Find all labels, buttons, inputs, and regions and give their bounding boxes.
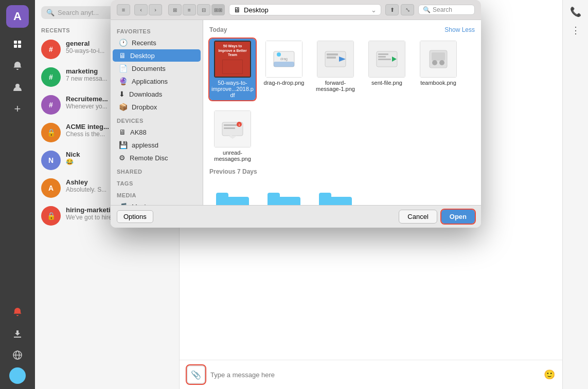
sidebar-toggle[interactable]: ≡ — [117, 4, 130, 15]
pdf-thumb-content: 50 Ways to Improve a Better Team — [214, 41, 251, 78]
file-item-sent[interactable]: sent-file.png — [364, 39, 410, 100]
file-dialog: ≡ ‹ › ⊞ ≡ ⊟ ⊞⊞ 🖥 Desktop ⌄ ⬆ ⤡ 🔍 — [111, 0, 481, 228]
sidebar-item-ak88[interactable]: 🖥 AK88 — [113, 126, 201, 138]
show-less-button[interactable]: Show Less — [444, 26, 475, 33]
sidebar-item-applessd[interactable]: 💾 applessd — [113, 139, 201, 151]
today-files-label: Today — [209, 26, 227, 33]
sidebar-item-recents-label: Recents — [132, 39, 156, 47]
file-item-folder8[interactable]: untitled folder 8 — [209, 180, 256, 205]
sidebar-item-ak88-label: AK88 — [130, 128, 147, 136]
folder8-thumbnail — [214, 182, 251, 205]
pdf-thumbnail: 50 Ways to Improve a Better Team — [214, 41, 251, 78]
prev7days-files-grid: untitled folder 8 untitled folder 9 — [209, 180, 475, 205]
sidebar-item-documents[interactable]: 📄 Documents — [113, 62, 201, 75]
svg-rect-27 — [224, 127, 235, 129]
sidebar-item-documents-label: Documents — [132, 65, 166, 72]
svg-rect-30 — [230, 132, 232, 136]
sent-thumbnail — [368, 41, 405, 78]
sidebar-item-applications-label: Applications — [132, 78, 168, 85]
svg-rect-13 — [327, 53, 338, 55]
sidebar-item-music-label: Music — [132, 203, 149, 206]
dialog-search-placeholder: Search — [433, 6, 452, 13]
sidebar-item-downloads[interactable]: ⬇ Downloads — [113, 88, 201, 100]
ak88-icon: 🖥 — [119, 128, 126, 136]
options-button[interactable]: Options — [117, 210, 153, 223]
view-list-btn[interactable]: ≡ — [183, 4, 196, 15]
prev7days-label: Previous 7 Days — [209, 168, 257, 175]
file-item-forward[interactable]: forward-message-1.png — [312, 39, 359, 100]
cancel-button[interactable]: Cancel — [399, 210, 437, 224]
sent-filename: sent-file.png — [371, 80, 402, 86]
drag-thumbnail: drag — [265, 41, 302, 78]
drag-filename: drag-n-drop.png — [264, 80, 305, 86]
favorites-label: Favorites — [111, 24, 203, 36]
sidebar-toggle-btn[interactable]: ≡ — [117, 4, 130, 15]
back-button[interactable]: ‹ — [134, 4, 148, 15]
sidebar-item-remotedisc-label: Remote Disc — [130, 154, 168, 162]
svg-text:drag: drag — [280, 57, 288, 61]
documents-icon: 📄 — [119, 64, 128, 72]
folder10-thumbnail — [317, 182, 354, 205]
file-item-teambook[interactable]: teambook.png — [415, 39, 461, 100]
unread-thumbnail: 3 — [214, 110, 251, 147]
downloads-icon: ⬇ — [119, 90, 125, 98]
share-button[interactable]: ⬆ — [385, 4, 399, 15]
pdf-filename: 50-ways-to-improve...2018.pdf — [211, 80, 254, 98]
location-folder-icon: 🖥 — [234, 6, 241, 14]
folder9-thumbnail — [265, 182, 302, 205]
desktop-icon: 🖥 — [119, 51, 126, 60]
applications-icon: 🔮 — [119, 77, 128, 85]
sidebar-item-music[interactable]: 🎵 Music — [113, 200, 201, 205]
sidebar-item-downloads-label: Downloads — [129, 90, 162, 98]
unread-filename: unread-messages.png — [214, 150, 251, 162]
expand-button[interactable]: ⤡ — [401, 4, 414, 15]
view-grid-btn[interactable]: ⊞⊞ — [211, 4, 225, 15]
teambook-filename: teambook.png — [420, 80, 456, 86]
svg-rect-26 — [224, 124, 238, 126]
svg-rect-17 — [378, 53, 388, 55]
sidebar-item-remotedisc[interactable]: ⚙ Remote Disc — [113, 152, 201, 164]
dialog-actions: Cancel Open — [399, 210, 475, 224]
dialog-toolbar: ≡ ‹ › ⊞ ≡ ⊟ ⊞⊞ 🖥 Desktop ⌄ ⬆ ⤡ 🔍 — [111, 0, 481, 20]
teambook-thumbnail — [420, 41, 457, 78]
sidebar-item-recents[interactable]: 🕐 Recents — [113, 36, 201, 49]
recents-icon: 🕐 — [119, 39, 128, 47]
second-row-files: 3 unread-messages.png — [209, 108, 475, 164]
file-item-folder10[interactable]: untitled folder 10 — [312, 180, 359, 205]
svg-rect-22 — [432, 52, 445, 61]
nav-buttons: ‹ › — [134, 4, 162, 15]
location-chevron: ⌄ — [371, 6, 377, 14]
tags-label: Tags — [111, 176, 203, 188]
view-icon-btn[interactable]: ⊞ — [168, 4, 182, 15]
file-item-drag[interactable]: drag drag-n-drop.png — [261, 39, 307, 100]
forward-button[interactable]: › — [149, 4, 162, 15]
file-item-unread[interactable]: 3 unread-messages.png — [209, 108, 256, 164]
file-item-pdf[interactable]: 50 Ways to Improve a Better Team 50-ways… — [209, 39, 256, 100]
sidebar-item-dropbox[interactable]: 📦 Dropbox — [113, 101, 201, 113]
forward-filename: forward-message-1.png — [316, 80, 355, 92]
today-files-grid: 50 Ways to Improve a Better Team 50-ways… — [209, 39, 475, 100]
sidebar-item-applications[interactable]: 🔮 Applications — [113, 75, 201, 87]
applessd-icon: 💾 — [119, 141, 128, 149]
sidebar-item-desktop-label: Desktop — [130, 52, 155, 60]
dialog-footer: Options Cancel Open — [111, 205, 481, 228]
svg-rect-14 — [327, 57, 336, 59]
svg-rect-10 — [274, 62, 294, 67]
dialog-content: Today Show Less 50 Ways to Improve a Bet… — [203, 20, 481, 205]
file-item-folder9[interactable]: untitled folder 9 — [261, 180, 307, 205]
view-buttons: ⊞ ≡ ⊟ ⊞⊞ — [168, 4, 225, 15]
dialog-search-icon: 🔍 — [423, 6, 431, 13]
dialog-search[interactable]: 🔍 Search — [418, 5, 475, 15]
svg-marker-31 — [228, 136, 237, 139]
remotedisc-icon: ⚙ — [119, 154, 126, 162]
sidebar-item-desktop[interactable]: 🖥 Desktop — [113, 49, 201, 62]
today-section-header: Today Show Less — [209, 26, 475, 33]
svg-point-9 — [277, 52, 281, 57]
open-button[interactable]: Open — [441, 210, 475, 224]
dialog-body: Favorites 🕐 Recents 🖥 Desktop 📄 Document… — [111, 20, 481, 205]
shared-label: Shared — [111, 164, 203, 176]
svg-rect-18 — [378, 56, 386, 58]
location-bar: 🖥 Desktop ⌄ — [229, 4, 381, 15]
view-col-btn[interactable]: ⊟ — [197, 4, 210, 15]
devices-label: Devices — [111, 114, 203, 125]
